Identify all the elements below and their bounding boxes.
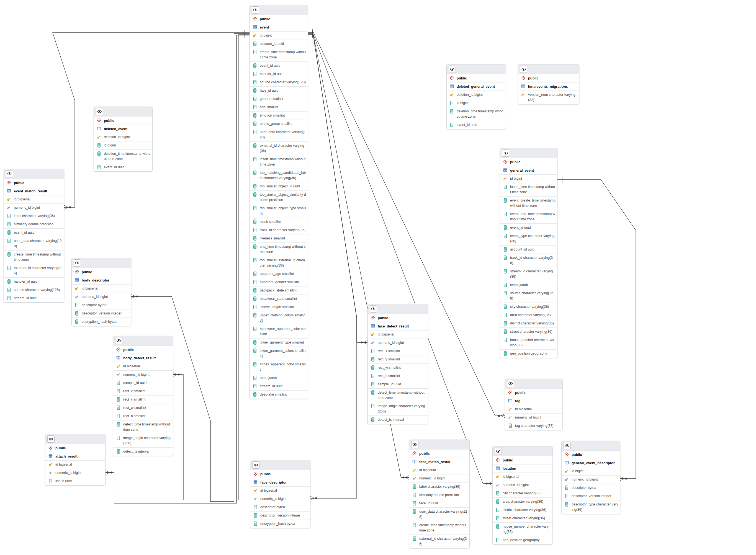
table-name-row: event_match_result bbox=[4, 187, 64, 195]
column-row: encryption_hash bytea bbox=[250, 520, 310, 528]
toggle-columns-eye-button[interactable] bbox=[507, 380, 514, 387]
table-grid-icon bbox=[412, 460, 417, 464]
column-icon bbox=[253, 113, 257, 118]
column-row-label: source character varying(128) bbox=[14, 287, 60, 293]
toggle-columns-eye-button[interactable] bbox=[96, 108, 103, 115]
schema-diamond-icon bbox=[521, 76, 525, 80]
table-face_detect_result[interactable]: publicface_detect_resultid bigserialnume… bbox=[368, 304, 428, 424]
table-face_descriptor[interactable]: publicface_descriptorid bigserialnumeric… bbox=[250, 460, 310, 528]
column-row-label: district character varying(36) bbox=[510, 321, 554, 326]
table-grid-icon bbox=[521, 84, 525, 88]
table-name-row-label: deleted_event bbox=[104, 126, 127, 131]
column-row-label: geo_position geography bbox=[510, 351, 547, 356]
column-icon bbox=[253, 392, 257, 397]
visibility-eye-icon bbox=[49, 437, 53, 441]
foreign-key-icon bbox=[564, 477, 569, 482]
column-row: label character varying(36) bbox=[4, 212, 64, 220]
foreign-key-column-row-label: numeric_id bigint bbox=[572, 477, 598, 482]
table-body_detect_result[interactable]: publicbody_detect_resultid bigserialnume… bbox=[113, 336, 173, 456]
foreign-key-icon bbox=[495, 483, 500, 487]
schema-row-label: public bbox=[510, 160, 520, 165]
column-icon bbox=[503, 338, 507, 342]
toggle-columns-eye-button[interactable] bbox=[370, 305, 377, 312]
column-row: descriptor_version integer bbox=[250, 511, 310, 520]
table-location[interactable]: publiclocationid bigserialnumeric_id big… bbox=[492, 446, 553, 545]
toggle-columns-eye-button[interactable] bbox=[252, 6, 259, 13]
table-grid-icon bbox=[253, 480, 257, 484]
table-attach_result[interactable]: publicattach_resultid bigserialnumeric_i… bbox=[45, 434, 106, 485]
table-tag[interactable]: publictagid bigserialnumeric_id bigintta… bbox=[505, 379, 563, 430]
column-row: similarity double precision bbox=[409, 491, 469, 499]
schema-row-label: public bbox=[14, 180, 25, 185]
table-general_event[interactable]: publicgeneral_eventid bigintinsert_time … bbox=[500, 148, 557, 358]
column-icon bbox=[75, 311, 79, 315]
column-icon bbox=[253, 384, 257, 388]
primary-key-icon bbox=[521, 92, 525, 97]
primary-key-column-row: id bigserial bbox=[113, 362, 173, 370]
table-header bbox=[45, 434, 105, 444]
table-header bbox=[72, 258, 131, 268]
table-grid-icon bbox=[508, 398, 512, 403]
column-row: external_id character varying(36) bbox=[250, 141, 308, 155]
primary-key-column-row-label: id bigint bbox=[572, 469, 584, 474]
table-name-row-label: event_match_result bbox=[14, 188, 47, 194]
table-face_match_result[interactable]: publicface_match_resultid bigserialnumer… bbox=[409, 439, 470, 548]
column-icon bbox=[253, 305, 257, 309]
table-event[interactable]: publiceventid bigintaccount_id uuidcreat… bbox=[250, 5, 308, 399]
table-name-row: deleted_general_event bbox=[447, 82, 506, 90]
column-row-label: external_id character varying(36) bbox=[419, 536, 468, 547]
table-deleted_general_event[interactable]: publicdeleted_general_eventdeletion_id b… bbox=[447, 64, 506, 129]
schema-diamond-icon bbox=[564, 452, 569, 457]
table-body_descriptor[interactable]: publicbody_descriptorid bigserialnumeric… bbox=[72, 258, 131, 326]
column-row-label: create_time timestamp without time zone bbox=[14, 252, 62, 262]
column-row-label: sample_id uuid bbox=[378, 382, 401, 387]
column-icon bbox=[253, 206, 257, 210]
foreign-key-column-row: numeric_id bigint bbox=[250, 495, 310, 503]
table-deleted_event[interactable]: publicdeleted_eventdeletion_id bigintid … bbox=[94, 106, 153, 172]
toggle-columns-eye-button[interactable] bbox=[47, 435, 54, 442]
table-header bbox=[493, 446, 552, 456]
column-icon bbox=[503, 269, 507, 273]
column-row: deletion_time timestamp without time zon… bbox=[94, 150, 152, 163]
toggle-columns-eye-button[interactable] bbox=[411, 441, 418, 448]
toggle-columns-eye-button[interactable] bbox=[502, 150, 509, 157]
table-event_match_result[interactable]: publicevent_match_resultid bigserialnume… bbox=[4, 169, 64, 303]
column-row-label: descriptor bytea bbox=[82, 303, 106, 308]
column-icon bbox=[253, 157, 257, 161]
column-icon bbox=[7, 230, 11, 235]
column-icon bbox=[371, 404, 375, 408]
primary-key-column-row-label: id bigserial bbox=[515, 407, 532, 412]
column-row-label: shoes_apparent_color smallint bbox=[260, 362, 306, 372]
column-icon bbox=[7, 214, 11, 218]
toggle-columns-eye-button[interactable] bbox=[563, 442, 571, 449]
schema-row-label: public bbox=[82, 269, 92, 274]
toggle-columns-eye-button[interactable] bbox=[252, 462, 259, 469]
toggle-columns-eye-button[interactable] bbox=[6, 170, 13, 177]
column-row-label: emotion smallint bbox=[260, 113, 285, 118]
table-name-row: tag bbox=[505, 397, 562, 405]
column-row: emotion smallint bbox=[250, 111, 308, 120]
column-icon bbox=[117, 397, 120, 402]
visibility-eye-icon bbox=[75, 261, 80, 265]
column-row-label: stream_id character varying(36) bbox=[510, 269, 555, 279]
toggle-columns-eye-button[interactable] bbox=[115, 337, 122, 344]
visibility-eye-icon bbox=[508, 381, 513, 386]
table-grid-icon bbox=[503, 168, 507, 172]
primary-key-column-row-label: deletion_id bigint bbox=[457, 92, 483, 97]
schema-row-label: public bbox=[260, 471, 271, 477]
column-row: stream_id character varying(36) bbox=[500, 267, 557, 281]
column-row-label: insert_time timestamp without time zone bbox=[260, 157, 306, 167]
column-row-label: deletion_time timestamp without time zon… bbox=[104, 151, 151, 162]
primary-key-icon bbox=[371, 332, 375, 337]
toggle-columns-eye-button[interactable] bbox=[520, 66, 527, 73]
column-icon bbox=[503, 225, 507, 230]
table-general_event_descriptor[interactable]: publicgeneral_event_descriptorid bigintn… bbox=[561, 441, 620, 514]
table-header bbox=[368, 304, 428, 314]
toggle-columns-eye-button[interactable] bbox=[74, 259, 81, 266]
table-luna-events_migrations[interactable]: publicluna-events_migrationsversion_num … bbox=[518, 64, 579, 104]
toggle-columns-eye-button[interactable] bbox=[495, 447, 502, 455]
toggle-columns-eye-button[interactable] bbox=[449, 66, 456, 73]
visibility-eye-icon bbox=[496, 449, 500, 454]
table-grid-icon bbox=[496, 466, 500, 470]
column-icon bbox=[503, 198, 507, 203]
